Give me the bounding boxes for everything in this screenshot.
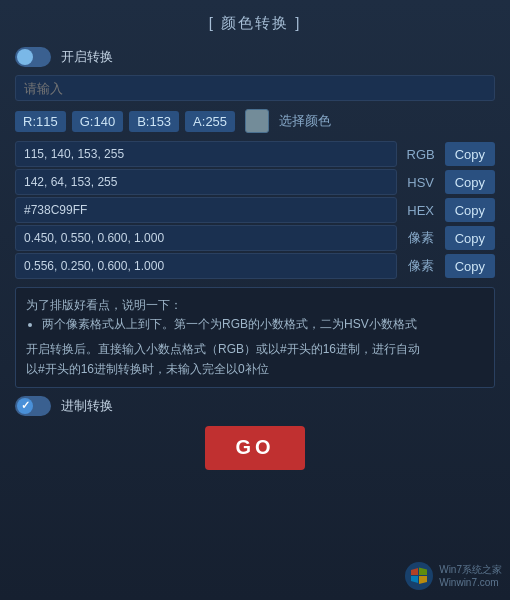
copy-pixel-rgb-button[interactable]: Copy	[445, 226, 495, 250]
a-chip: A:255	[185, 111, 235, 132]
value-rows: 115, 140, 153, 255 RGB Copy 142, 64, 153…	[15, 141, 495, 279]
toggle1-switch[interactable]	[15, 47, 51, 67]
copy-rgb-button[interactable]: Copy	[445, 142, 495, 166]
toggle2-label: 进制转换	[61, 397, 113, 415]
rgb-type: RGB	[403, 147, 439, 162]
pixel-rgb-type: 像素	[403, 229, 439, 247]
hsv-type: HSV	[403, 175, 439, 190]
toggle2-switch[interactable]: ✓	[15, 396, 51, 416]
value-row-hex: #738C99FF HEX Copy	[15, 197, 495, 223]
info-box: 为了排版好看点，说明一下： 两个像素格式从上到下。第一个为RGB的小数格式，二为…	[15, 287, 495, 388]
pick-color-label: 选择颜色	[279, 112, 331, 130]
value-row-rgb: 115, 140, 153, 255 RGB Copy	[15, 141, 495, 167]
copy-hex-button[interactable]: Copy	[445, 198, 495, 222]
input-row: 请输入	[15, 75, 495, 101]
watermark: Win7系统之家 Winwin7.com	[403, 560, 502, 592]
r-chip: R:115	[15, 111, 66, 132]
toggle1-label: 开启转换	[61, 48, 113, 66]
checkmark-icon: ✓	[21, 399, 30, 412]
go-button[interactable]: GO	[205, 426, 305, 470]
info-extra: 开启转换后。直接输入小数点格式（RGB）或以#开头的16进制，进行自动 以#开头…	[26, 340, 484, 378]
hsv-value: 142, 64, 153, 255	[15, 169, 397, 195]
color-swatch[interactable]	[245, 109, 269, 133]
rgba-row: R:115 G:140 B:153 A:255 选择颜色	[15, 109, 495, 133]
hex-type: HEX	[403, 203, 439, 218]
b-chip: B:153	[129, 111, 179, 132]
win7-site1: Win7系统之家	[439, 563, 502, 576]
copy-hsv-button[interactable]: Copy	[445, 170, 495, 194]
title-text: [ 颜色转换 ]	[209, 14, 302, 31]
copy-pixel-hsv-button[interactable]: Copy	[445, 254, 495, 278]
main-container: [ 颜色转换 ] 开启转换 请输入 R:115 G:140 B:153 A:25…	[0, 0, 510, 600]
toggle2-row: ✓ 进制转换	[15, 396, 495, 416]
rgb-value: 115, 140, 153, 255	[15, 141, 397, 167]
title-bar: [ 颜色转换 ]	[15, 10, 495, 37]
win7-site2: Winwin7.com	[439, 576, 502, 589]
color-input[interactable]	[15, 75, 495, 101]
toggle1-row: 开启转换	[15, 47, 495, 67]
info-bullet: 两个像素格式从上到下。第一个为RGB的小数格式，二为HSV小数格式	[42, 315, 484, 334]
value-row-pixel-rgb: 0.450, 0.550, 0.600, 1.000 像素 Copy	[15, 225, 495, 251]
win7-logo-icon	[403, 560, 435, 592]
pixel-rgb-value: 0.450, 0.550, 0.600, 1.000	[15, 225, 397, 251]
toggle1-knob	[17, 49, 33, 65]
value-row-hsv: 142, 64, 153, 255 HSV Copy	[15, 169, 495, 195]
info-title: 为了排版好看点，说明一下：	[26, 296, 484, 315]
watermark-text: Win7系统之家 Winwin7.com	[439, 563, 502, 589]
value-row-pixel-hsv: 0.556, 0.250, 0.600, 1.000 像素 Copy	[15, 253, 495, 279]
g-chip: G:140	[72, 111, 123, 132]
info-extra-text: 开启转换后。直接输入小数点格式（RGB）或以#开头的16进制，进行自动 以#开头…	[26, 342, 420, 375]
pixel-hsv-value: 0.556, 0.250, 0.600, 1.000	[15, 253, 397, 279]
pixel-hsv-type: 像素	[403, 257, 439, 275]
hex-value: #738C99FF	[15, 197, 397, 223]
toggle2-knob: ✓	[17, 398, 33, 414]
